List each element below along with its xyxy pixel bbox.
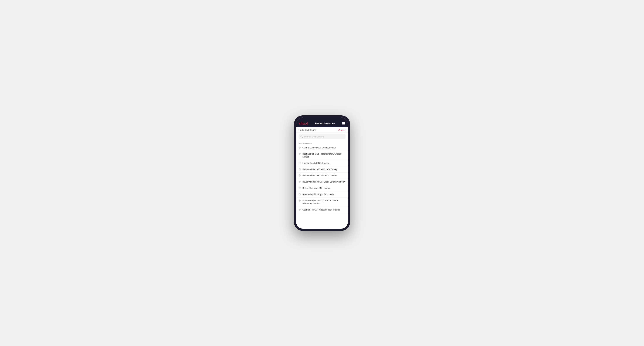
list-item[interactable]: Roehampton Club - Roehampton, Greater Lo…: [296, 151, 348, 160]
list-item[interactable]: Royal Wimbledon GC, Great London Authori…: [296, 179, 348, 185]
pin-icon: [298, 187, 301, 189]
search-box: [298, 134, 346, 139]
course-name: Richmond Park GC - Duke's, London: [302, 174, 337, 177]
course-name: London Scottish GC, London: [302, 162, 329, 165]
find-label: Find a Golf Course: [298, 129, 316, 131]
svg-point-3: [300, 153, 300, 154]
course-name: Central London Golf Centre, London: [302, 146, 336, 149]
svg-line-1: [302, 137, 302, 138]
home-indicator: [296, 225, 348, 229]
phone-device: clippd Recent Searches Find a Golf Cours…: [294, 115, 350, 231]
pin-icon: [298, 168, 301, 171]
pin-icon: [298, 209, 301, 211]
svg-point-5: [300, 169, 300, 169]
nav-title: Recent Searches: [315, 122, 335, 125]
svg-point-2: [300, 147, 300, 148]
svg-point-11: [300, 209, 300, 210]
list-item[interactable]: Dukes Meadows GC, London: [296, 185, 348, 191]
search-icon: [300, 135, 303, 138]
course-name: North Middlesex GC (1011942 - North Midd…: [302, 199, 346, 205]
course-name: Royal Wimbledon GC, Great London Authori…: [302, 180, 345, 183]
list-item[interactable]: Central London Golf Centre, London: [296, 145, 348, 151]
home-bar: [315, 227, 329, 227]
course-name: Roehampton Club - Roehampton, Greater Lo…: [302, 153, 346, 159]
svg-point-8: [300, 187, 300, 188]
list-item[interactable]: Richmond Park GC - Prince's, Surrey: [296, 167, 348, 173]
search-header: Find a Golf Course Cancel: [296, 127, 348, 133]
list-item[interactable]: North Middlesex GC (1011942 - North Midd…: [296, 198, 348, 207]
list-item[interactable]: London Scottish GC, London: [296, 160, 348, 167]
phone-screen: clippd Recent Searches Find a Golf Cours…: [296, 118, 348, 229]
pin-icon: [298, 147, 301, 149]
list-item[interactable]: Brent Valley Municipal GC, London: [296, 191, 348, 198]
search-box-wrapper: [296, 133, 348, 141]
svg-point-9: [300, 194, 300, 194]
pin-icon: [298, 180, 301, 183]
list-item[interactable]: Richmond Park GC - Duke's, London: [296, 173, 348, 179]
course-name: Richmond Park GC - Prince's, Surrey: [302, 168, 337, 171]
nearby-label: Nearby courses: [296, 141, 348, 145]
course-name: Brent Valley Municipal GC, London: [302, 193, 335, 196]
list-item[interactable]: Coombe Hill GC, Kingston upon Thames: [296, 207, 348, 213]
status-bar: [296, 118, 348, 120]
pin-icon: [298, 153, 301, 155]
svg-point-10: [300, 200, 300, 200]
pin-icon: [298, 162, 301, 164]
svg-point-6: [300, 175, 300, 175]
cancel-button[interactable]: Cancel: [338, 129, 346, 132]
app-logo: clippd: [299, 122, 308, 125]
course-name: Coombe Hill GC, Kingston upon Thames: [302, 208, 340, 211]
menu-icon[interactable]: [342, 122, 345, 125]
svg-point-4: [300, 163, 300, 163]
pin-icon: [298, 174, 301, 177]
pin-icon: [298, 193, 301, 196]
nav-bar: clippd Recent Searches: [296, 120, 348, 127]
search-input[interactable]: [304, 135, 344, 138]
pin-icon: [298, 199, 301, 202]
course-name: Dukes Meadows GC, London: [302, 187, 330, 190]
svg-point-7: [300, 181, 300, 182]
nearby-courses-section: Nearby courses Central London Golf Centr…: [296, 141, 348, 225]
